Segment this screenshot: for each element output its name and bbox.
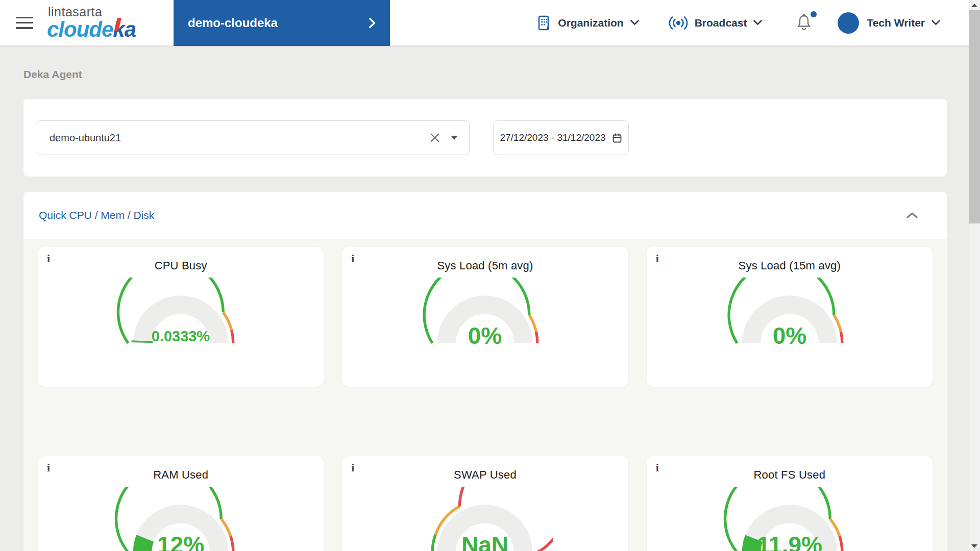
clear-selection-icon[interactable]	[429, 132, 440, 143]
broadcast-menu[interactable]: Broadcast	[669, 15, 763, 31]
quick-metrics-panel: Quick CPU / Mem / Disk iCPU Busy0.0333%i…	[23, 192, 947, 551]
chevron-right-icon	[369, 17, 376, 29]
gauge-value: 0%	[468, 322, 502, 349]
broadcast-icon	[669, 15, 688, 31]
top-navbar: lintasarta cloudeka demo-cloudeka Organi…	[0, 0, 980, 46]
logo-lintasarta-text: lintasarta	[47, 6, 140, 18]
scroll-up-arrow-icon	[971, 4, 977, 7]
agent-select-value: demo-ubuntu21	[50, 132, 121, 144]
organization-menu[interactable]: Organization	[537, 15, 639, 31]
date-range-value: 27/12/2023 - 31/12/2023	[500, 132, 605, 143]
gauge-card: iSys Load (5m avg)0%	[342, 247, 628, 387]
gauge-card: iSWAP UsedNaN	[342, 456, 628, 551]
scroll-down-arrow-icon	[971, 544, 977, 548]
menu-button[interactable]	[15, 16, 34, 30]
gauge-chart: 0.0333%	[112, 278, 249, 351]
gauge-value: 11.9%	[757, 532, 822, 551]
info-icon[interactable]: i	[47, 252, 50, 265]
info-icon[interactable]: i	[47, 461, 50, 474]
filter-card: demo-ubuntu21 27/12/2023 - 31/12/2023	[23, 99, 947, 177]
date-range-picker[interactable]: 27/12/2023 - 31/12/2023	[493, 120, 629, 155]
organization-building-icon	[537, 15, 551, 31]
gauge-card: iSys Load (15m avg)0%	[647, 247, 933, 387]
notification-unread-dot	[811, 11, 817, 17]
gauge-chart: 0%	[416, 278, 553, 351]
gauge-value: NaN	[461, 532, 508, 551]
hamburger-bar	[16, 17, 33, 19]
notifications-button[interactable]	[796, 13, 812, 33]
hamburger-bar	[16, 22, 33, 24]
navbar-right-group: Organization Broadcast Tech	[537, 12, 980, 34]
organization-label: Organization	[558, 17, 623, 29]
gauge-title: Sys Load (5m avg)	[342, 259, 628, 272]
info-icon[interactable]: i	[656, 461, 659, 474]
user-avatar	[838, 12, 859, 34]
calendar-icon	[612, 133, 622, 143]
gauge-card: iCPU Busy0.0333%	[38, 247, 324, 387]
info-icon[interactable]: i	[656, 252, 659, 265]
gauge-title: RAM Used	[38, 468, 324, 482]
gauge-chart: 0%	[721, 278, 858, 351]
broadcast-label: Broadcast	[695, 17, 747, 29]
project-name: demo-cloudeka	[188, 16, 278, 30]
gauge-title: CPU Busy	[38, 259, 324, 272]
gauge-title: Root FS Used	[647, 468, 933, 482]
panel-header: Quick CPU / Mem / Disk	[23, 192, 947, 239]
gauge-card: iRAM Used12%	[38, 456, 324, 551]
page-scrollbar[interactable]	[969, 0, 980, 551]
user-menu[interactable]: Tech Writer	[838, 12, 940, 34]
user-name: Tech Writer	[867, 17, 925, 29]
gauge-title: Sys Load (15m avg)	[647, 259, 933, 272]
scrollbar-thumb[interactable]	[969, 10, 980, 223]
info-icon[interactable]: i	[351, 461, 354, 474]
chevron-down-icon	[932, 20, 940, 26]
select-caret-icon[interactable]	[451, 136, 458, 140]
main-content: Deka Agent demo-ubuntu21 27/12/2023 - 31…	[0, 46, 969, 551]
project-selector-button[interactable]: demo-cloudeka	[174, 0, 390, 46]
panel-title: Quick CPU / Mem / Disk	[39, 209, 154, 221]
gauge-chart: 11.9%	[721, 487, 858, 551]
gauge-chart: NaN	[416, 487, 553, 551]
chevron-down-icon	[630, 20, 639, 26]
gauge-card: iRoot FS Used11.9%	[647, 456, 933, 551]
agent-select[interactable]: demo-ubuntu21	[37, 120, 470, 155]
logo-cloudeka-text: cloudeka	[47, 19, 140, 40]
cloudeka-logo: lintasarta cloudeka	[47, 6, 140, 40]
collapse-panel-icon[interactable]	[906, 212, 918, 219]
gauge-value: 0.0333%	[152, 328, 210, 344]
bell-icon	[796, 13, 812, 31]
page-title: Deka Agent	[23, 68, 947, 81]
gauge-grid: iCPU Busy0.0333%iSys Load (5m avg)0%iSys…	[23, 239, 947, 551]
scrollbar-up-button[interactable]	[969, 0, 980, 10]
gauge-title: SWAP Used	[342, 468, 628, 482]
chevron-down-icon	[753, 20, 762, 26]
gauge-value: 0%	[773, 322, 807, 349]
gauge-value: 12%	[157, 532, 204, 551]
scrollbar-down-button[interactable]	[969, 541, 980, 551]
info-icon[interactable]: i	[351, 252, 354, 265]
hamburger-bar	[16, 27, 33, 29]
gauge-chart: 12%	[112, 487, 249, 551]
